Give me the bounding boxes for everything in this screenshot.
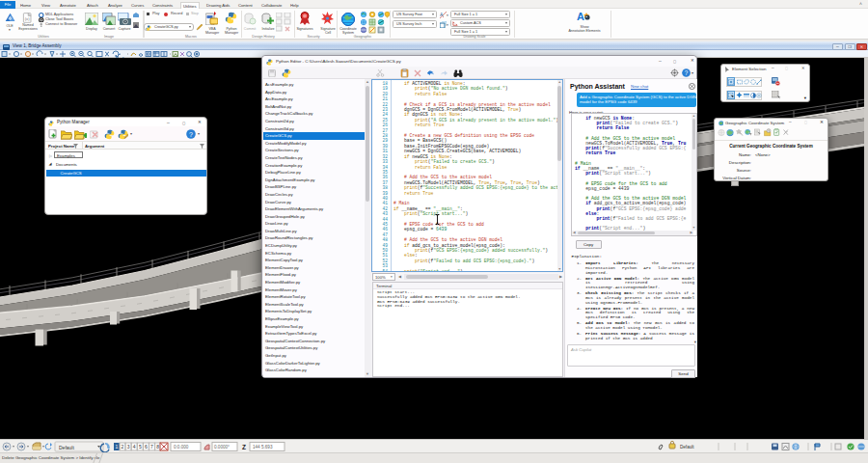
svg-text:Default: Default bbox=[680, 445, 694, 449]
svg-text:6: 6 bbox=[145, 444, 148, 449]
svg-text:Default: Default bbox=[59, 444, 74, 449]
svg-text:0.0000°: 0.0000° bbox=[214, 445, 230, 449]
svg-text:1: 1 bbox=[116, 444, 119, 449]
svg-text:4: 4 bbox=[133, 444, 136, 449]
svg-text:8: 8 bbox=[156, 444, 159, 449]
svg-text:?: ? bbox=[685, 69, 689, 76]
svg-text:?: ? bbox=[189, 131, 193, 138]
svg-text:Z: Z bbox=[242, 444, 246, 450]
svg-text:A: A bbox=[577, 11, 584, 22]
svg-text:0:0.000: 0:0.000 bbox=[174, 445, 189, 449]
svg-text:7: 7 bbox=[150, 444, 153, 449]
svg-text:5: 5 bbox=[139, 444, 142, 449]
svg-text:144 5.693: 144 5.693 bbox=[253, 445, 273, 449]
svg-text:(x): (x) bbox=[25, 15, 30, 20]
svg-text:2: 2 bbox=[122, 444, 124, 449]
svg-text:3: 3 bbox=[127, 444, 130, 449]
